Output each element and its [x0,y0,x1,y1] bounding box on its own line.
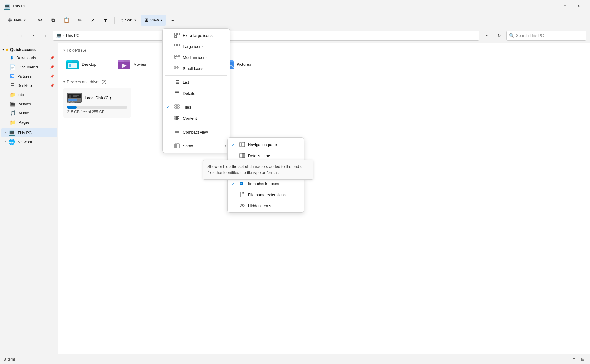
svg-rect-63 [240,153,243,158]
content-icon [174,115,180,121]
address-dropdown-icon: ▾ [486,34,488,37]
menu-item-show[interactable]: Show › [163,140,230,151]
svg-rect-47 [175,107,177,108]
path-text: This PC [65,33,79,38]
share-button[interactable]: ↗ [87,15,98,26]
svg-rect-54 [176,119,178,120]
paste-button[interactable]: 📋 [60,15,73,26]
sidebar-item-pictures[interactable]: 🖼 Pictures 📌 [1,72,57,81]
new-button[interactable]: ➕ New ▾ [4,15,29,26]
path-separator: › [63,34,64,37]
maximize-button[interactable]: □ [558,1,572,11]
details-icon [174,91,180,96]
sidebar-item-music[interactable]: 🎵 Music [1,108,57,118]
dropdown-nav-button[interactable]: ▾ [28,31,38,41]
folder-item-desktop[interactable]: Desktop [63,56,112,72]
svg-rect-34 [176,68,177,69]
new-label: New [14,18,22,22]
list-view-icon: ≡ [573,357,575,362]
grid-view-icon: ⊞ [581,357,584,362]
svg-rect-64 [243,153,245,158]
sidebar-item-etc[interactable]: 📁 etc [1,90,57,99]
delete-button[interactable]: 🗑 [100,15,112,26]
check-tiles: ✓ [166,105,171,110]
svg-rect-28 [178,55,180,56]
music-icon: 🎵 [10,110,16,116]
svg-rect-25 [177,44,179,46]
svg-rect-44 [175,95,178,95]
downloads-icon: ⬇ [10,55,14,61]
menu-item-content[interactable]: Content [163,113,230,124]
menu-item-medium[interactable]: Medium icons [163,52,230,63]
pin-icon-desktop: 📌 [50,83,54,87]
folder-pictures-label: Pictures [237,62,251,67]
forward-button[interactable]: → [16,31,26,41]
list-view-button[interactable]: ≡ [570,356,578,363]
sidebar-item-pages[interactable]: 📁 Pages [1,118,57,127]
refresh-icon: ↻ [497,33,501,38]
view-button[interactable]: ⊞ View ▾ [141,15,166,26]
up-button[interactable]: ↑ [41,31,50,41]
refresh-button[interactable]: ↻ [494,31,504,41]
menu-item-large[interactable]: Large icons [163,41,230,52]
view-chevron-icon: ▾ [161,18,162,22]
submenu-item-nav-pane[interactable]: ✓ Navigation pane [228,139,304,150]
svg-rect-66 [241,195,243,195]
folder-desktop-label: Desktop [82,62,96,67]
search-box[interactable]: 🔍 Search This PC [506,31,586,41]
sort-button[interactable]: ↕ Sort ▾ [117,15,140,26]
menu-item-list[interactable]: List [163,77,230,88]
show-chevron-icon: › [225,144,226,148]
device-name: Local Disk (C:) [85,95,111,100]
large-label: Large icons [183,44,203,49]
cut-button[interactable]: ✂ [34,15,46,26]
menu-item-compact[interactable]: Compact view [163,126,230,137]
svg-rect-29 [175,57,176,58]
submenu-item-hidden[interactable]: Hidden items [228,200,304,211]
quick-access-header[interactable]: ▾ ★ Quick access [0,45,58,53]
close-button[interactable]: ✕ [572,1,586,11]
menu-item-small[interactable]: Small icons [163,63,230,74]
menu-item-details[interactable]: Details [163,88,230,99]
items-count: 8 items [4,357,16,362]
more-button[interactable]: ··· [167,15,178,26]
minimize-button[interactable]: — [544,1,558,11]
sidebar-item-downloads[interactable]: ⬇ Downloads 📌 [1,53,57,62]
address-path[interactable]: 💻 › This PC [53,31,479,41]
sidebar-item-network[interactable]: › 🌐 Network [1,137,57,146]
folder-item-movies[interactable]: Movies [115,56,164,72]
sidebar-item-movies[interactable]: 🎬 Movies [1,99,57,108]
pages-icon: 📁 [10,119,16,125]
address-dropdown-button[interactable]: ▾ [482,31,492,41]
details-label: Details [183,91,195,96]
rename-button[interactable]: ✏ [74,15,86,26]
grid-view-button[interactable]: ⊞ [579,356,586,363]
device-item-c[interactable]: Windows Local Disk (C:) 215 GB free of 2… [63,88,131,118]
menu-item-tiles[interactable]: ✓ Tiles [163,102,230,113]
extra-large-label: Extra large icons [183,33,213,38]
submenu-item-file-ext[interactable]: File name extensions [228,189,304,200]
menu-item-extra-large[interactable]: Extra large icons [163,30,230,41]
search-icon: 🔍 [509,33,514,38]
sidebar-etc-label: etc [18,92,24,97]
sidebar-downloads-label: Downloads [16,56,36,60]
sidebar-item-this-pc[interactable]: › 💻 This PC [1,128,57,137]
svg-rect-31 [176,66,177,67]
quick-access-expand-icon: ▾ [2,48,4,51]
paste-icon: 📋 [63,17,69,23]
copy-button[interactable]: ⧉ [48,15,58,26]
etc-icon: 📁 [10,92,16,98]
sidebar-item-documents[interactable]: 📄 Documents 📌 [1,62,57,72]
svg-rect-18 [73,95,79,96]
submenu-item-item-check[interactable]: ✓ Item check boxes [228,178,304,189]
sidebar-item-desktop[interactable]: 🖥 Desktop 📌 [1,81,57,90]
addressbar: ← → ▾ ↑ 💻 › This PC ▾ ↻ 🔍 Search This PC [0,28,590,43]
svg-rect-19 [73,96,77,97]
back-button[interactable]: ← [4,31,14,41]
this-pc-icon: 💻 [8,129,15,136]
svg-rect-33 [175,68,176,69]
folder-movies-icon [118,59,130,70]
dropdown-nav-icon: ▾ [33,34,34,37]
sort-label: Sort [125,18,132,22]
pin-icon-docs: 📌 [50,65,54,69]
